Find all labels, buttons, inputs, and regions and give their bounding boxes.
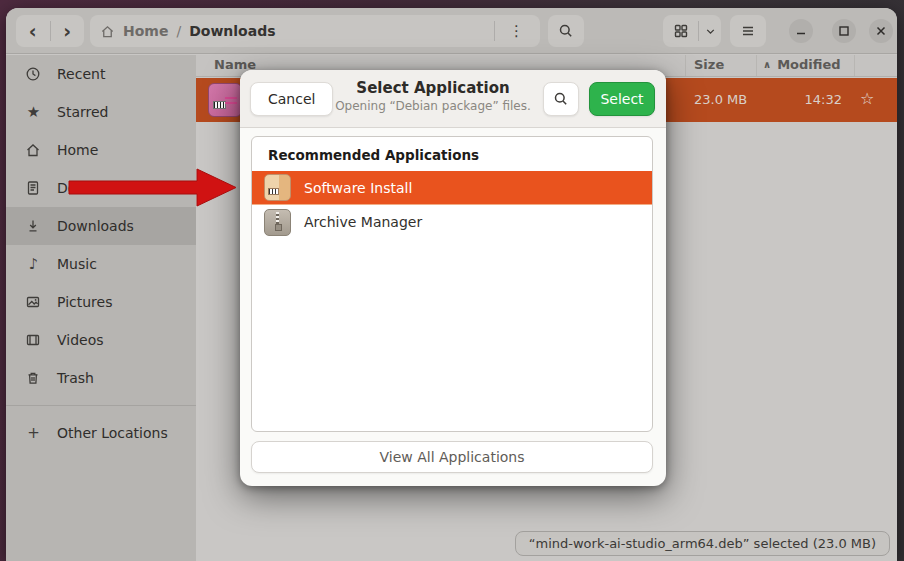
dialog-titlebox: Select Application Opening “Debian packa…	[330, 79, 536, 113]
search-icon	[558, 23, 574, 39]
column-divider	[685, 55, 686, 76]
film-icon	[25, 332, 42, 348]
sidebar-item-label: Downloads	[57, 218, 134, 234]
dialog-header: Cancel Select Application Opening “Debia…	[240, 70, 666, 128]
download-icon	[25, 218, 42, 234]
status-bar: “mind-work-ai-studio_arm64.deb” selected…	[515, 531, 890, 556]
column-header-modified[interactable]: ∧ Modified	[763, 57, 841, 72]
forward-button[interactable]: ›	[50, 15, 84, 47]
file-size: 23.0 MB	[694, 92, 747, 107]
titlebar: ‹ › Home / Downloads ⋮	[6, 8, 897, 54]
sidebar: Recent ★ Starred Home	[6, 55, 196, 561]
sidebar-item-label: Documents	[57, 180, 137, 196]
breadcrumb-separator: /	[176, 23, 181, 39]
sidebar-item-pictures[interactable]: Pictures	[6, 283, 196, 321]
breadcrumb[interactable]: Home / Downloads ⋮	[90, 15, 540, 47]
sidebar-item-downloads[interactable]: Downloads	[6, 207, 196, 245]
deb-package-icon	[208, 83, 242, 117]
software-install-icon	[264, 174, 291, 201]
star-icon: ★	[25, 103, 42, 121]
sidebar-item-label: Trash	[57, 370, 94, 386]
sidebar-item-home[interactable]: Home	[6, 131, 196, 169]
application-list: Recommended Applications Software Instal…	[251, 136, 653, 432]
star-outline-icon[interactable]: ☆	[860, 89, 874, 108]
hamburger-icon	[740, 23, 756, 39]
music-note-icon: ♪	[25, 255, 42, 273]
view-toggle-button[interactable]	[663, 15, 721, 47]
sidebar-item-label: Music	[57, 256, 97, 272]
column-divider	[854, 55, 855, 76]
sidebar-item-trash[interactable]: Trash	[6, 359, 196, 397]
breadcrumb-home[interactable]: Home	[123, 23, 168, 39]
sidebar-item-recent[interactable]: Recent	[6, 55, 196, 93]
document-icon	[25, 180, 42, 196]
select-button[interactable]: Select	[589, 82, 655, 116]
home-icon	[25, 142, 42, 158]
sidebar-item-label: Recent	[57, 66, 105, 82]
archive-manager-icon	[264, 209, 291, 236]
sidebar-item-music[interactable]: ♪ Music	[6, 245, 196, 283]
dialog-subtitle: Opening “Debian package” files.	[330, 99, 536, 113]
picture-icon	[25, 294, 42, 310]
back-icon: ‹	[29, 20, 37, 42]
main-menu-button[interactable]	[730, 15, 766, 47]
sidebar-item-starred[interactable]: ★ Starred	[6, 93, 196, 131]
view-options-dropdown[interactable]	[699, 25, 721, 38]
pathbar-divider	[494, 21, 495, 41]
desktop: ‹ › Home / Downloads ⋮	[0, 0, 904, 561]
dialog-title: Select Application	[330, 79, 536, 97]
nav-button-group: ‹ ›	[16, 15, 84, 47]
home-icon	[100, 24, 115, 39]
app-row-software-install[interactable]: Software Install	[252, 171, 652, 205]
app-row-archive-manager[interactable]: Archive Manager	[252, 205, 652, 239]
sort-ascending-icon: ∧	[763, 59, 771, 70]
clock-icon	[25, 66, 42, 82]
maximize-button[interactable]	[832, 19, 856, 43]
trash-icon	[25, 370, 42, 386]
column-divider	[756, 55, 757, 76]
status-text: “mind-work-ai-studio_arm64.deb” selected…	[529, 536, 876, 551]
grid-view-icon[interactable]	[663, 15, 698, 47]
sidebar-item-documents[interactable]: Documents	[6, 169, 196, 207]
sidebar-divider	[6, 405, 196, 406]
file-modified: 14:32	[796, 92, 842, 107]
sidebar-item-label: Videos	[57, 332, 104, 348]
cancel-button[interactable]: Cancel	[250, 82, 333, 116]
dialog-search-button[interactable]	[543, 82, 579, 116]
close-button[interactable]	[869, 19, 893, 43]
column-header-size[interactable]: Size	[694, 57, 724, 72]
view-all-applications-button[interactable]: View All Applications	[251, 441, 653, 473]
minimize-button[interactable]	[789, 19, 813, 43]
app-name: Archive Manager	[304, 214, 422, 230]
sidebar-item-videos[interactable]: Videos	[6, 321, 196, 359]
recommended-applications-header: Recommended Applications	[252, 137, 652, 171]
back-button[interactable]: ‹	[16, 15, 50, 47]
breadcrumb-current[interactable]: Downloads	[189, 23, 275, 39]
search-button[interactable]	[548, 15, 584, 47]
search-icon	[553, 91, 569, 107]
sidebar-item-label: Home	[57, 142, 98, 158]
app-name: Software Install	[304, 180, 412, 196]
path-menu-button[interactable]: ⋮	[503, 22, 530, 40]
sidebar-item-label: Other Locations	[57, 425, 168, 441]
sidebar-item-label: Pictures	[57, 294, 112, 310]
plus-icon: +	[25, 424, 42, 442]
column-header-modified-label: Modified	[777, 57, 840, 72]
select-application-dialog: Cancel Select Application Opening “Debia…	[240, 70, 666, 486]
sidebar-item-other-locations[interactable]: + Other Locations	[6, 414, 196, 452]
forward-icon: ›	[63, 20, 71, 42]
sidebar-item-label: Starred	[57, 104, 108, 120]
